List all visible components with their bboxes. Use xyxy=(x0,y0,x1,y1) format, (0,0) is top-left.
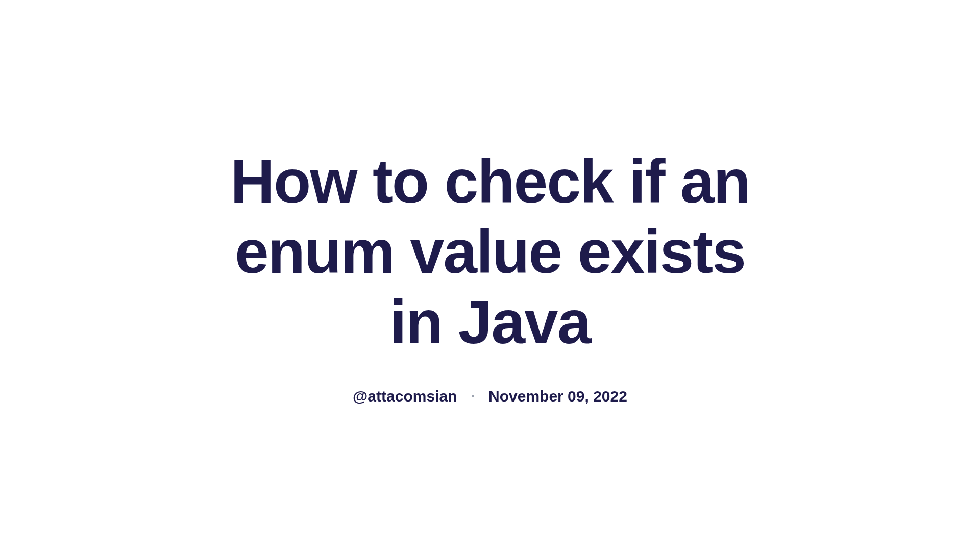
article-title: How to check if an enum value exists in … xyxy=(204,146,776,357)
article-meta: @attacomsian • November 09, 2022 xyxy=(204,388,776,405)
author-handle: @attacomsian xyxy=(353,388,457,405)
meta-separator: • xyxy=(471,392,474,401)
article-header: How to check if an enum value exists in … xyxy=(184,146,796,405)
publish-date: November 09, 2022 xyxy=(488,388,627,405)
